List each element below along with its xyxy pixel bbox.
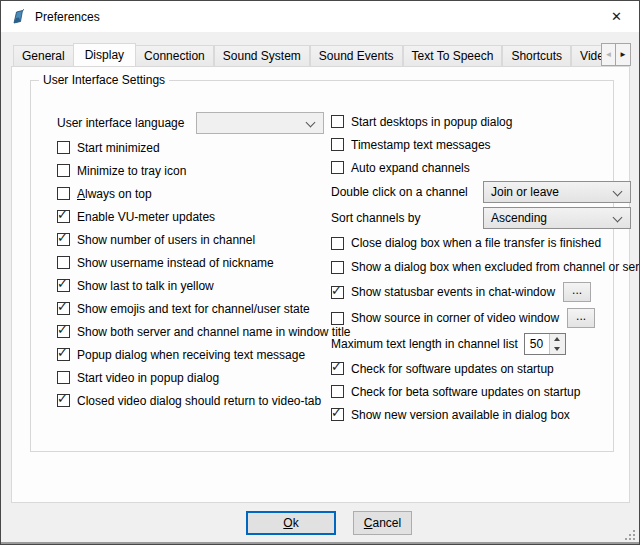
max-text-length-spinner[interactable]: 50 bbox=[524, 333, 566, 355]
checkbox[interactable] bbox=[331, 138, 344, 151]
checkbox-label: Show source in corner of video window bbox=[351, 311, 559, 325]
right-mid-checkbox-list: Close dialog box when a file transfer is… bbox=[331, 231, 640, 279]
checkmark-icon: ✓ bbox=[57, 391, 68, 406]
checkbox[interactable]: ✓ bbox=[331, 408, 344, 421]
spin-up-button[interactable] bbox=[550, 334, 565, 344]
tab-label: Connection bbox=[144, 49, 205, 63]
checkbox-label: Start minimized bbox=[77, 141, 160, 155]
checkbox-row-show-number-of-users-in-channel[interactable]: ✓Show number of users in channel bbox=[57, 228, 327, 251]
checkbox-label: Start desktops in popup dialog bbox=[351, 115, 512, 129]
checkbox[interactable]: ✓ bbox=[331, 286, 344, 299]
checkbox-row-show-statusbar-events-in-chat-window[interactable]: ✓Show statusbar events in chat-window... bbox=[331, 279, 640, 305]
checkbox-row-show-emojis-and-text-for-channel-user-state[interactable]: ✓Show emojis and text for channel/user s… bbox=[57, 297, 327, 320]
tab-display[interactable]: Display bbox=[73, 43, 136, 66]
checkbox[interactable] bbox=[331, 261, 344, 274]
more-options-button[interactable]: ... bbox=[567, 308, 595, 328]
left-checkbox-list: Start minimizedMinimize to tray iconAlwa… bbox=[57, 136, 327, 412]
more-options-button[interactable]: ... bbox=[563, 282, 591, 302]
cancel-button[interactable]: Cancel bbox=[353, 511, 412, 535]
checkbox-label: Always on top bbox=[77, 187, 152, 201]
tab-scroll-left-button[interactable]: ◄ bbox=[601, 43, 616, 66]
checkbox[interactable] bbox=[57, 187, 70, 200]
tab-label: Sound Events bbox=[319, 49, 394, 63]
tab-label: Display bbox=[85, 48, 124, 62]
checkmark-icon: ✓ bbox=[57, 207, 68, 222]
checkbox[interactable]: ✓ bbox=[331, 362, 344, 375]
checkbox-row-popup-dialog-when-receiving-text-message[interactable]: ✓Popup dialog when receiving text messag… bbox=[57, 343, 327, 366]
close-button[interactable]: ✕ bbox=[594, 1, 639, 32]
checkmark-icon: ✓ bbox=[331, 359, 342, 374]
resize-grip[interactable] bbox=[625, 530, 635, 540]
checkbox[interactable] bbox=[331, 312, 344, 325]
checkbox[interactable] bbox=[57, 164, 70, 177]
checkbox[interactable]: ✓ bbox=[57, 394, 70, 407]
arrow-up-icon bbox=[554, 337, 560, 341]
checkbox-row-minimize-to-tray-icon[interactable]: Minimize to tray icon bbox=[57, 159, 327, 182]
checkbox-row-start-desktops-in-popup-dialog[interactable]: Start desktops in popup dialog bbox=[331, 110, 640, 133]
checkbox-label: Show statusbar events in chat-window bbox=[351, 285, 555, 299]
checkbox-row-start-minimized[interactable]: Start minimized bbox=[57, 136, 327, 159]
spin-down-button[interactable] bbox=[550, 344, 565, 354]
checkbox-row-show-new-version-available-in-dialog-box[interactable]: ✓Show new version available in dialog bo… bbox=[331, 403, 640, 426]
checkbox-row-auto-expand-channels[interactable]: Auto expand channels bbox=[331, 156, 640, 179]
checkbox-row-show-a-dialog-box-when-excluded-from-channel-or-server[interactable]: Show a dialog box when excluded from cha… bbox=[331, 255, 640, 279]
checkbox-label: Timestamp text messages bbox=[351, 138, 491, 152]
checkbox[interactable] bbox=[57, 256, 70, 269]
checkbox[interactable] bbox=[331, 115, 344, 128]
right-column: Start desktops in popup dialogTimestamp … bbox=[331, 110, 640, 426]
checkbox-label: Show emojis and text for channel/user st… bbox=[77, 302, 310, 316]
tab-sound-system[interactable]: Sound System bbox=[214, 45, 310, 66]
checkbox-row-show-last-to-talk-in-yellow[interactable]: ✓Show last to talk in yellow bbox=[57, 274, 327, 297]
max-text-length-value[interactable]: 50 bbox=[525, 334, 549, 354]
grip-dots-icon bbox=[633, 538, 635, 540]
checkbox-row-closed-video-dialog-should-return-to-video-tab[interactable]: ✓Closed video dialog should return to vi… bbox=[57, 389, 327, 412]
checkbox[interactable]: ✓ bbox=[57, 233, 70, 246]
checkbox-row-show-username-instead-of-nickname[interactable]: Show username instead of nickname bbox=[57, 251, 327, 274]
checkbox[interactable] bbox=[331, 161, 344, 174]
checkbox[interactable] bbox=[331, 385, 344, 398]
cancel-button-label: Cancel bbox=[364, 516, 401, 530]
checkbox[interactable]: ✓ bbox=[57, 279, 70, 292]
right-button-checkbox-list: ✓Show statusbar events in chat-window...… bbox=[331, 279, 640, 331]
checkbox-label: Show username instead of nickname bbox=[77, 256, 274, 270]
checkbox-label: Show both server and channel name in win… bbox=[77, 325, 351, 339]
ok-button[interactable]: Ok bbox=[246, 511, 336, 535]
checkbox-row-always-on-top[interactable]: Always on top bbox=[57, 182, 327, 205]
checkbox-row-check-for-beta-software-updates-on-startup[interactable]: Check for beta software updates on start… bbox=[331, 380, 640, 403]
tab-general[interactable]: General bbox=[13, 45, 74, 66]
language-row: User interface language bbox=[57, 110, 327, 136]
checkbox[interactable]: ✓ bbox=[57, 348, 70, 361]
checkbox-row-close-dialog-box-when-a-file-transfer-is-finished[interactable]: Close dialog box when a file transfer is… bbox=[331, 231, 640, 255]
tab-connection[interactable]: Connection bbox=[135, 45, 214, 66]
checkbox-row-show-both-server-and-channel-name-in-window-title[interactable]: ✓Show both server and channel name in wi… bbox=[57, 320, 327, 343]
app-icon bbox=[10, 8, 27, 25]
tab-video[interactable]: Video bbox=[571, 45, 601, 66]
double-click-select[interactable]: Join or leave bbox=[483, 181, 631, 203]
checkbox[interactable]: ✓ bbox=[57, 325, 70, 338]
tab-shortcuts[interactable]: Shortcuts bbox=[502, 45, 571, 66]
checkbox[interactable] bbox=[57, 141, 70, 154]
checkbox-row-show-source-in-corner-of-video-window[interactable]: Show source in corner of video window... bbox=[331, 305, 640, 331]
language-select[interactable] bbox=[196, 112, 324, 134]
checkbox[interactable]: ✓ bbox=[57, 302, 70, 315]
checkbox-row-start-video-in-popup-dialog[interactable]: Start video in popup dialog bbox=[57, 366, 327, 389]
ok-button-label: Ok bbox=[283, 516, 298, 530]
checkbox[interactable]: ✓ bbox=[57, 210, 70, 223]
checkmark-icon: ✓ bbox=[57, 345, 68, 360]
checkbox-label: Show number of users in channel bbox=[77, 233, 255, 247]
tab-sound-events[interactable]: Sound Events bbox=[310, 45, 403, 66]
checkbox-row-check-for-software-updates-on-startup[interactable]: ✓Check for software updates on startup bbox=[331, 357, 640, 380]
chevron-down-icon bbox=[613, 213, 623, 223]
checkbox[interactable] bbox=[57, 371, 70, 384]
sort-channels-select[interactable]: Ascending bbox=[483, 207, 631, 229]
tab-text-to-speech[interactable]: Text To Speech bbox=[403, 45, 503, 66]
tab-scroll-right-button[interactable]: ► bbox=[616, 43, 631, 66]
title-bar: Preferences ✕ bbox=[1, 1, 639, 32]
checkbox[interactable] bbox=[331, 237, 344, 250]
tab-label: Shortcuts bbox=[511, 49, 562, 63]
tab-label: General bbox=[22, 49, 65, 63]
checkbox-row-timestamp-text-messages[interactable]: Timestamp text messages bbox=[331, 133, 640, 156]
checkbox-row-enable-vu-meter-updates[interactable]: ✓Enable VU-meter updates bbox=[57, 205, 327, 228]
right-bottom-checkbox-list: ✓Check for software updates on startupCh… bbox=[331, 357, 640, 426]
preferences-dialog: Preferences ✕ GeneralDisplayConnectionSo… bbox=[0, 0, 640, 545]
